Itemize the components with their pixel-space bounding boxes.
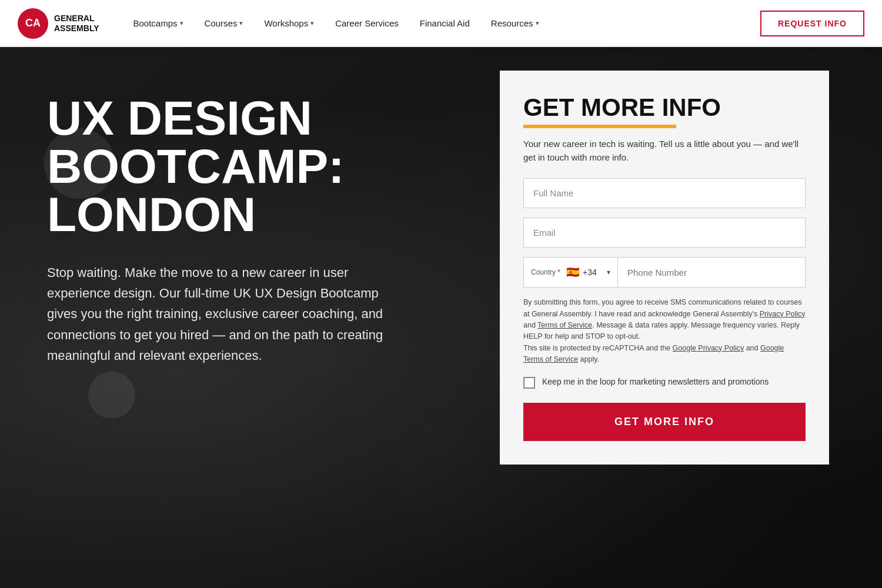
full-name-field (523, 178, 806, 208)
full-name-input[interactable] (523, 178, 806, 208)
hero-title-line1: UX DESIGN (47, 91, 312, 145)
nav-resources-label: Resources (491, 18, 533, 28)
country-code: +34 (583, 268, 597, 277)
nav-courses-label: Courses (205, 18, 238, 28)
chevron-down-icon: ▾ (239, 19, 243, 27)
chevron-down-icon: ▾ (310, 19, 314, 27)
captcha-notice: This site is protected by reCAPTCHA and … (523, 344, 673, 352)
captcha-apply: apply. (578, 355, 599, 363)
nav-financial-label: Financial Aid (420, 18, 470, 28)
logo-initials: CA (25, 17, 41, 29)
country-select[interactable]: Country * 🇪🇸 +34 ▾ (523, 257, 617, 288)
nav-bootcamps-label: Bootcamps (133, 18, 178, 28)
nav-financial-aid[interactable]: Financial Aid (409, 0, 480, 47)
marketing-checkbox[interactable] (523, 377, 535, 389)
logo-badge: CA (18, 8, 48, 39)
chevron-down-icon: ▾ (536, 19, 539, 27)
hero-description: Stop waiting. Make the move to a new car… (47, 262, 394, 366)
chevron-down-icon: ▾ (607, 268, 610, 276)
phone-row: Country * 🇪🇸 +34 ▾ (523, 257, 806, 288)
hero-content: UX DESIGN BOOTCAMP: LONDON Stop waiting.… (0, 47, 429, 401)
marketing-checkbox-row: Keep me in the loop for marketing newsle… (523, 376, 806, 389)
country-flag-icon: 🇪🇸 (566, 266, 579, 279)
chevron-down-icon: ▾ (180, 19, 183, 27)
nav-career-services[interactable]: Career Services (325, 0, 409, 47)
form-title-underline (523, 125, 676, 128)
request-info-button[interactable]: REQUEST INFO (760, 11, 864, 36)
nav-bootcamps[interactable]: Bootcamps ▾ (123, 0, 194, 47)
hero-title: UX DESIGN BOOTCAMP: LONDON (47, 94, 394, 239)
email-field (523, 218, 806, 248)
form-subtitle: Your new career in tech is waiting. Tell… (523, 138, 806, 164)
hero-title-line2: BOOTCAMP: LONDON (47, 139, 345, 241)
and-text: and (523, 321, 537, 329)
navbar: CA GENERALASSEMBLY Bootcamps ▾ Courses ▾… (0, 0, 882, 47)
sms-notice: By submitting this form, you agree to re… (523, 297, 806, 365)
nav-workshops[interactable]: Workshops ▾ (253, 0, 325, 47)
bokeh-circle (397, 426, 485, 514)
captcha-and: and (744, 344, 760, 352)
logo[interactable]: CA GENERALASSEMBLY (18, 8, 99, 39)
marketing-checkbox-label: Keep me in the loop for marketing newsle… (542, 376, 769, 388)
nav-resources[interactable]: Resources ▾ (480, 0, 550, 47)
privacy-policy-link[interactable]: Privacy Policy (760, 310, 806, 318)
submit-button[interactable]: GET MORE INFO (523, 403, 806, 441)
country-label-text: Country * (531, 268, 560, 276)
form-title: GET MORE INFO (523, 94, 806, 121)
nav-right: REQUEST INFO (760, 11, 864, 36)
nav-career-label: Career Services (335, 18, 399, 28)
nav-links: Bootcamps ▾ Courses ▾ Workshops ▾ Career… (123, 0, 760, 47)
google-privacy-link[interactable]: Google Privacy Policy (673, 344, 744, 352)
bokeh-circle (441, 155, 476, 191)
nav-workshops-label: Workshops (264, 18, 308, 28)
hero-section: UX DESIGN BOOTCAMP: LONDON Stop waiting.… (0, 47, 882, 588)
phone-input[interactable] (617, 257, 806, 288)
nav-courses[interactable]: Courses ▾ (194, 0, 254, 47)
info-form-panel: GET MORE INFO Your new career in tech is… (500, 71, 829, 465)
email-input[interactable] (523, 218, 806, 248)
logo-text: GENERALASSEMBLY (54, 14, 99, 34)
terms-of-service-link[interactable]: Terms of Service (537, 321, 592, 329)
